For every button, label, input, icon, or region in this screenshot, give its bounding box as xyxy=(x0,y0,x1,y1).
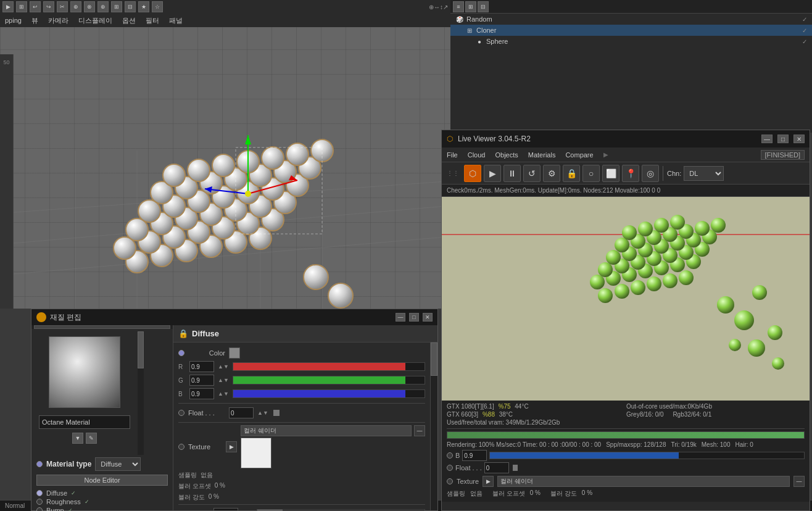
lv-menu-compare[interactable]: Compare xyxy=(565,151,593,159)
texture-minus-btn[interactable]: — xyxy=(414,425,425,436)
lv-channel-select[interactable]: DL Beauty xyxy=(684,166,724,181)
b-input[interactable]: 0.9 xyxy=(189,388,214,399)
mat-pick-icon[interactable]: ▼ xyxy=(72,433,83,444)
lv-pin-btn[interactable]: 📍 xyxy=(622,165,639,182)
hier-sphere-status: ✓ xyxy=(802,38,807,45)
lv-octane-logo[interactable]: ⬡ xyxy=(464,165,481,182)
mat-type-select[interactable]: Diffuse Glossy Specular Mix xyxy=(95,457,141,471)
lv-settings-btn[interactable]: ⚙ xyxy=(543,165,560,182)
strip-num-50: 50 xyxy=(3,59,9,65)
color-radio[interactable] xyxy=(178,350,184,356)
svg-point-86 xyxy=(615,238,629,252)
float-input[interactable]: 0 xyxy=(229,407,254,418)
hier-random[interactable]: 🎲 Random ✓ xyxy=(450,14,812,25)
mat-right-panel: 🔒 Diffuse Color R xyxy=(173,325,437,510)
mat-channel-dot-bump xyxy=(36,507,43,511)
texture-expand-btn[interactable]: ▶ xyxy=(226,441,237,452)
lv-texture-expand-btn[interactable]: ▶ xyxy=(483,476,494,487)
lv-reset-btn[interactable]: ↺ xyxy=(523,165,541,182)
tb-icon-6[interactable]: ⊕ xyxy=(70,1,81,12)
mat-maximize-btn[interactable]: □ xyxy=(409,313,419,322)
main-viewport[interactable]: ▶ ⊞ ↩ ↪ ✂ ⊕ ⊗ ⊕ ⊞ ⊟ ★ ☆ ⊕↔↕↗ pping 뷰 카메라… xyxy=(0,0,450,309)
menu-pping[interactable]: pping xyxy=(5,17,22,24)
float-arrows[interactable]: ▲▼ xyxy=(257,410,268,416)
b-arrows[interactable]: ▲▼ xyxy=(218,391,229,397)
g-slider[interactable] xyxy=(233,376,425,384)
lv-frame-btn[interactable]: ⬜ xyxy=(602,165,619,182)
tb-icon-4[interactable]: ↪ xyxy=(43,1,54,12)
hier-cloner[interactable]: ⊞ Cloner ✓ xyxy=(450,25,812,36)
mat-close-btn[interactable]: ✕ xyxy=(423,313,433,322)
tb-icon-1[interactable]: ▶ xyxy=(2,1,14,12)
r-input[interactable]: 0.9 xyxy=(189,361,214,372)
lv-b-input[interactable]: 0.9 xyxy=(462,450,487,461)
hier-tool-1[interactable]: ≡ xyxy=(453,1,464,12)
tb-icon-3[interactable]: ↩ xyxy=(30,1,41,12)
lv-minimize-btn[interactable]: — xyxy=(761,135,773,143)
float-radio[interactable] xyxy=(178,410,184,416)
mat-edit-icon[interactable]: ✎ xyxy=(86,433,97,444)
live-viewer-menubar: File Cloud Objects Materials Compare ▶ [… xyxy=(442,147,810,162)
svg-point-57 xyxy=(245,191,251,197)
mat-name-input[interactable]: Octane Material xyxy=(39,415,130,429)
menu-filter[interactable]: 필터 xyxy=(146,16,159,25)
tb-icon-7[interactable]: ⊗ xyxy=(84,1,95,12)
tb-icon-11[interactable]: ★ xyxy=(138,1,149,12)
menu-options[interactable]: 옵션 xyxy=(122,16,136,25)
mat-scrollbar[interactable] xyxy=(430,343,437,510)
tb-icon-8[interactable]: ⊕ xyxy=(97,1,109,12)
lv-float-radio[interactable] xyxy=(447,465,453,471)
tb-icon-12[interactable]: ☆ xyxy=(152,1,163,12)
lv-menu-file[interactable]: File xyxy=(447,151,458,159)
menu-view[interactable]: 뷰 xyxy=(31,16,38,25)
mix-input[interactable]: 1. xyxy=(213,508,238,510)
menu-camera[interactable]: 카메라 xyxy=(48,16,68,25)
lv-b-label: B xyxy=(455,452,460,459)
tb-icon-10[interactable]: ⊟ xyxy=(125,1,136,12)
lv-menu-materials[interactable]: Materials xyxy=(528,151,556,159)
r-arrows[interactable]: ▲▼ xyxy=(218,364,229,370)
hier-tool-2[interactable]: ⊞ xyxy=(465,1,476,12)
color-swatch[interactable] xyxy=(229,347,240,359)
lv-logo-icon: ⬡ xyxy=(447,135,453,143)
lv-maximize-btn[interactable]: □ xyxy=(777,135,789,143)
g-input[interactable]: 0.9 xyxy=(189,375,214,386)
lv-texture-radio[interactable] xyxy=(447,478,453,484)
lv-close-btn[interactable]: ✕ xyxy=(793,135,805,143)
tb-icon-2[interactable]: ⊞ xyxy=(16,1,27,12)
svg-point-93 xyxy=(622,225,637,240)
mix-slider[interactable] xyxy=(257,509,425,510)
hier-tool-3[interactable]: ⊟ xyxy=(478,1,489,12)
lv-menu-cloud[interactable]: Cloud xyxy=(468,151,486,159)
texture-radio[interactable] xyxy=(178,444,184,450)
menu-display[interactable]: 디스플레이 xyxy=(78,16,112,25)
param-divider-3 xyxy=(178,504,425,505)
lv-float-input[interactable]: 0 xyxy=(484,462,509,473)
mat-channel-diffuse[interactable]: Diffuse ✓ xyxy=(36,489,168,497)
lv-b-slider[interactable] xyxy=(489,452,805,459)
lv-b-radio[interactable] xyxy=(447,452,453,459)
mat-vscrollbar[interactable] xyxy=(138,331,144,455)
tb-icon-5[interactable]: ✂ xyxy=(57,1,68,12)
g-arrows[interactable]: ▲▼ xyxy=(218,377,229,383)
mat-minimize-btn[interactable]: — xyxy=(396,313,405,322)
hier-sphere[interactable]: ● Sphere ✓ xyxy=(450,36,812,47)
mat-channel-roughness[interactable]: Roughness ✓ xyxy=(36,498,168,505)
b-slider[interactable] xyxy=(233,389,425,398)
lv-start-btn[interactable]: ▶ xyxy=(484,165,501,182)
lv-lock-btn[interactable]: 🔒 xyxy=(563,165,580,182)
lv-sphere-view-btn[interactable]: ○ xyxy=(582,165,600,182)
r-slider[interactable] xyxy=(233,362,425,371)
lv-pause-btn[interactable]: ⏸ xyxy=(503,165,521,182)
lv-menu-objects[interactable]: Objects xyxy=(495,151,518,159)
mat-radio-type[interactable] xyxy=(36,461,43,467)
mat-node-editor-btn[interactable]: Node Editor xyxy=(36,475,168,486)
lv-focus-btn[interactable]: ◎ xyxy=(642,165,659,182)
live-viewer-canvas[interactable] xyxy=(442,197,810,401)
mat-channel-bump[interactable]: Bump ✓ xyxy=(36,507,168,511)
svg-point-99 xyxy=(752,285,767,300)
tb-icon-9[interactable]: ⊞ xyxy=(111,1,122,12)
lv-texture-menu-btn[interactable]: — xyxy=(793,476,805,487)
menu-panel[interactable]: 패널 xyxy=(169,16,183,25)
live-viewer-titlebar: ⬡ Live Viewer 3.04.5-R2 — □ ✕ xyxy=(442,130,810,147)
